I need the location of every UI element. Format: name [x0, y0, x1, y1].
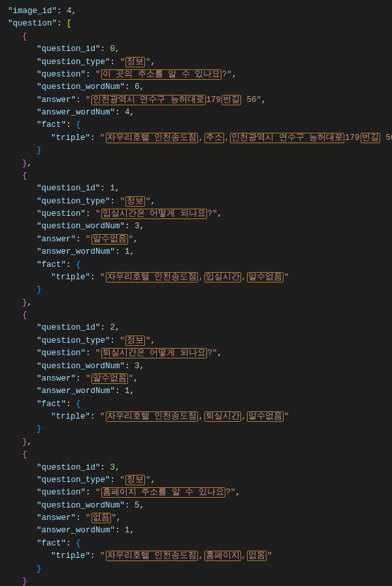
awn-line: "answer_wordNum": 1, — [8, 246, 384, 258]
fact-close: } — [8, 563, 384, 576]
obj-open: { — [8, 309, 384, 322]
fact-open: "fact": { — [8, 538, 384, 550]
question-array: { "question_id": 0, "question_type": "정보… — [8, 31, 384, 586]
answer-line: "answer": "알수없음", — [8, 373, 384, 385]
qid-line: "question_id": 0, — [8, 43, 384, 56]
obj-close: }, — [8, 158, 384, 170]
trailing-comma: , — [27, 438, 33, 447]
fact-close: } — [8, 284, 384, 296]
obj-close: } — [8, 576, 384, 586]
qid-line: "question_id": 1, — [8, 182, 384, 195]
qwn-line: "question_wordNum": 6, — [8, 81, 384, 94]
fact-close: } — [8, 145, 384, 157]
qwn-line: "question_wordNum": 3, — [8, 360, 384, 373]
fact-open: "fact": { — [8, 398, 384, 411]
question-key-line: "question": [ — [8, 18, 384, 30]
answer-line: "answer": "인천광역시 연수구 능허대로179번길 56", — [8, 94, 384, 107]
fact-close: } — [8, 423, 384, 436]
image-id-val: 4 — [67, 7, 72, 16]
question-line: "question": "이 곳의 주소를 알 수 있나요?", — [8, 69, 384, 81]
trailing-comma: , — [27, 298, 33, 307]
awn-line: "answer_wordNum": 1, — [8, 525, 384, 537]
triple-line: "triple": "자우리호텔 인천송도점,퇴실시간,알수없음" — [8, 411, 384, 423]
qtype-line: "question_type": "정보", — [8, 196, 384, 208]
triple-line: "triple": "자우리호텔 인천송도점,주소,인천광역시 연수구 능허대로… — [8, 132, 384, 145]
fact-open: "fact": { — [8, 119, 384, 131]
qwn-line: "question_wordNum": 5, — [8, 500, 384, 512]
qid-line: "question_id": 2, — [8, 322, 384, 334]
obj-open: { — [8, 170, 384, 182]
qwn-line: "question_wordNum": 3, — [8, 220, 384, 233]
answer-line: "answer": "알수없음", — [8, 233, 384, 246]
question-key: "question" — [8, 19, 57, 28]
obj-close: }, — [8, 436, 384, 449]
question-item: { "question_id": 3, "question_type": "정보… — [8, 449, 384, 586]
awn-line: "answer_wordNum": 1, — [8, 385, 384, 398]
question-item: { "question_id": 2, "question_type": "정보… — [8, 309, 384, 449]
qid-line: "question_id": 3, — [8, 462, 384, 474]
triple-line: "triple": "자우리호텔 인천송도점,입실시간,알수없음" — [8, 271, 384, 284]
image-id-line: "image_id": 4, — [8, 5, 384, 18]
fact-open: "fact": { — [8, 259, 384, 271]
answer-line: "answer": "없음", — [8, 512, 384, 525]
image-id-key: "image_id" — [8, 7, 57, 16]
triple-line: "triple": "자우리호텔 인천송도점,홈페이지,없음" — [8, 550, 384, 562]
obj-open: { — [8, 31, 384, 43]
obj-open: { — [8, 449, 384, 461]
obj-close: }, — [8, 297, 384, 309]
qtype-line: "question_type": "정보", — [8, 474, 384, 487]
awn-line: "answer_wordNum": 4, — [8, 107, 384, 119]
question-line: "question": "입실시간은 어떻게 되나요?", — [8, 208, 384, 220]
code-block: "image_id": 4, "question": [ { "question… — [8, 5, 384, 586]
question-item: { "question_id": 1, "question_type": "정보… — [8, 170, 384, 309]
qtype-line: "question_type": "정보", — [8, 335, 384, 347]
trailing-comma: , — [27, 159, 33, 168]
question-line: "question": "홈페이지 주소를 알 수 있나요?", — [8, 487, 384, 499]
question-item: { "question_id": 0, "question_type": "정보… — [8, 31, 384, 170]
qtype-line: "question_type": "정보", — [8, 56, 384, 69]
question-line: "question": "퇴실시간은 어떻게 되나요?", — [8, 347, 384, 360]
